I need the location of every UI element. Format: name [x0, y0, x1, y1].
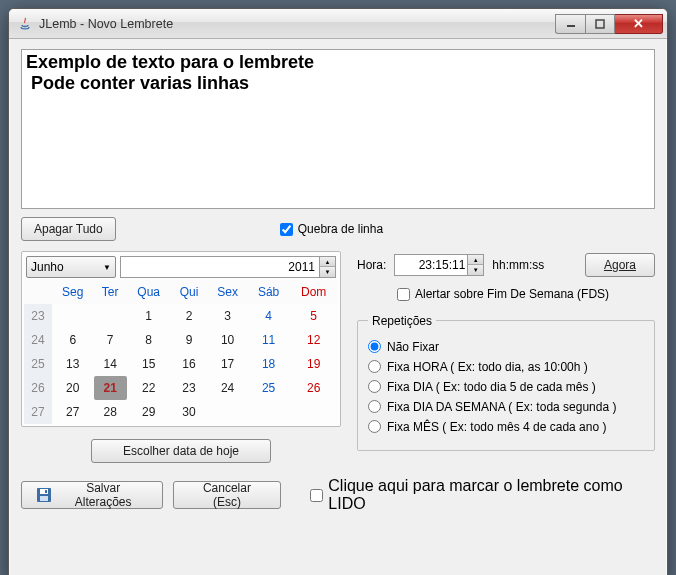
time-format-label: hh:mm:ss — [492, 258, 544, 272]
week-number: 26 — [24, 376, 52, 400]
repeat-radio[interactable] — [368, 400, 381, 413]
mark-read-input[interactable] — [310, 489, 323, 502]
calendar-day[interactable]: 24 — [207, 376, 247, 400]
mark-read-checkbox[interactable]: Clique aqui para marcar o lembrete como … — [310, 477, 655, 513]
calendar-day — [94, 304, 127, 328]
java-icon — [17, 16, 33, 32]
save-button[interactable]: Salvar Alterações — [21, 481, 163, 509]
calendar-day[interactable]: 25 — [248, 376, 290, 400]
calendar-day[interactable]: 19 — [289, 352, 338, 376]
repeat-label: Fixa HORA ( Ex: todo dia, as 10:00h ) — [387, 360, 588, 374]
calendar-day[interactable]: 6 — [52, 328, 94, 352]
calendar-grid[interactable]: SegTerQuaQuiSexSábDom2312345246789101112… — [24, 280, 338, 424]
calendar-day[interactable]: 20 — [52, 376, 94, 400]
spin-up-icon[interactable]: ▲ — [468, 255, 483, 265]
svg-rect-4 — [40, 496, 48, 501]
spin-up-icon[interactable]: ▲ — [320, 257, 335, 267]
day-header: Sex — [207, 280, 247, 304]
calendar-day[interactable]: 1 — [127, 304, 171, 328]
calendar-day[interactable]: 10 — [207, 328, 247, 352]
repeat-option[interactable]: Fixa MÊS ( Ex: todo mês 4 de cada ano ) — [368, 420, 644, 434]
calendar-day[interactable]: 9 — [171, 328, 208, 352]
month-value: Junho — [31, 260, 64, 274]
calendar-day — [52, 304, 94, 328]
spin-down-icon[interactable]: ▼ — [468, 265, 483, 275]
spin-down-icon[interactable]: ▼ — [320, 267, 335, 277]
year-input[interactable] — [120, 256, 320, 278]
titlebar[interactable]: JLemb - Novo Lembrete ✕ — [9, 9, 667, 39]
calendar-day[interactable]: 28 — [94, 400, 127, 424]
calendar-day[interactable]: 27 — [52, 400, 94, 424]
line-wrap-checkbox[interactable]: Quebra de linha — [280, 222, 383, 236]
calendar-day[interactable]: 15 — [127, 352, 171, 376]
week-number: 25 — [24, 352, 52, 376]
repetition-group: Repetições Não FixarFixa HORA ( Ex: todo… — [357, 314, 655, 451]
repeat-radio[interactable] — [368, 360, 381, 373]
line-wrap-input[interactable] — [280, 223, 293, 236]
repeat-label: Fixa DIA DA SEMANA ( Ex: toda segunda ) — [387, 400, 616, 414]
calendar-day[interactable]: 5 — [289, 304, 338, 328]
clear-all-button[interactable]: Apagar Tudo — [21, 217, 116, 241]
repeat-label: Fixa MÊS ( Ex: todo mês 4 de cada ano ) — [387, 420, 606, 434]
chevron-down-icon: ▼ — [103, 263, 111, 272]
weekend-alert-checkbox[interactable]: Alertar sobre Fim De Semana (FDS) — [397, 287, 609, 301]
save-button-label: Salvar Alterações — [58, 481, 148, 509]
calendar-day[interactable]: 18 — [248, 352, 290, 376]
repeat-radio[interactable] — [368, 420, 381, 433]
client-area: Exemplo de texto para o lembrete Pode co… — [9, 39, 667, 575]
repeat-option[interactable]: Fixa DIA ( Ex: todo dia 5 de cada mês ) — [368, 380, 644, 394]
calendar-day[interactable]: 2 — [171, 304, 208, 328]
repeat-option[interactable]: Fixa HORA ( Ex: todo dia, as 10:00h ) — [368, 360, 644, 374]
calendar-day[interactable]: 8 — [127, 328, 171, 352]
month-dropdown[interactable]: Junho ▼ — [26, 256, 116, 278]
svg-rect-1 — [596, 20, 604, 28]
week-number: 23 — [24, 304, 52, 328]
day-header: Ter — [94, 280, 127, 304]
calendar-day[interactable]: 13 — [52, 352, 94, 376]
dialog-window: JLemb - Novo Lembrete ✕ Exemplo de texto… — [8, 8, 668, 575]
cancel-button-label: Cancelar (Esc) — [188, 481, 265, 509]
week-number: 24 — [24, 328, 52, 352]
close-button[interactable]: ✕ — [615, 14, 663, 34]
repeat-label: Não Fixar — [387, 340, 439, 354]
day-header: Qui — [171, 280, 208, 304]
calendar-day[interactable]: 3 — [207, 304, 247, 328]
line-wrap-label: Quebra de linha — [298, 222, 383, 236]
today-button-label: Escolher data de hoje — [123, 444, 239, 458]
calendar-day[interactable]: 11 — [248, 328, 290, 352]
day-header: Qua — [127, 280, 171, 304]
calendar-day[interactable]: 30 — [171, 400, 208, 424]
calendar-day[interactable]: 23 — [171, 376, 208, 400]
calendar-day[interactable]: 16 — [171, 352, 208, 376]
calendar-day[interactable]: 21 — [94, 376, 127, 400]
weekend-alert-label: Alertar sobre Fim De Semana (FDS) — [415, 287, 609, 301]
reminder-text-input[interactable]: Exemplo de texto para o lembrete Pode co… — [21, 49, 655, 209]
cancel-button[interactable]: Cancelar (Esc) — [173, 481, 280, 509]
calendar-day[interactable]: 7 — [94, 328, 127, 352]
year-spinner[interactable]: ▲▼ — [320, 256, 336, 278]
repeat-label: Fixa DIA ( Ex: todo dia 5 de cada mês ) — [387, 380, 596, 394]
repeat-option[interactable]: Não Fixar — [368, 340, 644, 354]
weekend-alert-input[interactable] — [397, 288, 410, 301]
repeat-radio[interactable] — [368, 380, 381, 393]
time-input[interactable] — [394, 254, 468, 276]
calendar-day[interactable]: 12 — [289, 328, 338, 352]
now-button[interactable]: Agora — [585, 253, 655, 277]
repeat-radio[interactable] — [368, 340, 381, 353]
repetition-legend: Repetições — [368, 314, 436, 328]
calendar-day[interactable]: 17 — [207, 352, 247, 376]
calendar-day[interactable]: 26 — [289, 376, 338, 400]
calendar-day[interactable]: 14 — [94, 352, 127, 376]
calendar-day[interactable]: 22 — [127, 376, 171, 400]
maximize-button[interactable] — [585, 14, 615, 34]
mark-read-label: Clique aqui para marcar o lembrete como … — [328, 477, 655, 513]
today-button[interactable]: Escolher data de hoje — [91, 439, 271, 463]
week-number: 27 — [24, 400, 52, 424]
calendar-day[interactable]: 29 — [127, 400, 171, 424]
repeat-option[interactable]: Fixa DIA DA SEMANA ( Ex: toda segunda ) — [368, 400, 644, 414]
time-spinner[interactable]: ▲▼ — [468, 254, 484, 276]
calendar-day[interactable]: 4 — [248, 304, 290, 328]
day-header: Sáb — [248, 280, 290, 304]
minimize-button[interactable] — [555, 14, 585, 34]
floppy-icon — [36, 487, 52, 503]
